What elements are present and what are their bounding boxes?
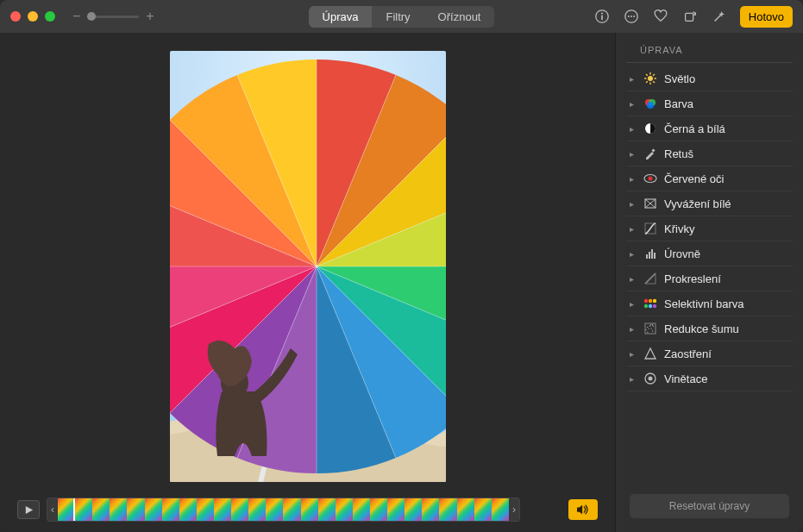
titlebar: − + Úprava Filtry Oříznout Hotovo [0,0,803,33]
adjustment-row-selectivecolor[interactable]: ▸Selektivní barva [626,291,793,316]
svg-point-58 [646,329,647,330]
adjustment-row-noise[interactable]: ▸Redukce šumu [626,316,793,341]
adjustment-label: Vinětace [664,372,707,385]
reset-adjustments-button[interactable]: Resetovat úpravy [630,494,789,518]
adjustment-label: Úrovně [664,247,700,260]
main-area: ‹ › [0,33,803,532]
toolbar-right: Hotovo [593,6,793,28]
adjustment-row-color[interactable]: ▸Barva [626,91,793,116]
audio-button[interactable] [568,499,598,520]
filmstrip-frames [58,498,509,521]
whitebalance-icon [643,197,657,210]
svg-point-54 [653,304,656,308]
chevron-right-icon: ▸ [630,249,637,259]
svg-point-67 [652,330,653,331]
svg-point-56 [653,326,654,327]
svg-line-29 [653,81,655,83]
vignette-icon [643,372,657,385]
svg-line-35 [653,74,655,76]
trim-handle-left[interactable]: ‹ [47,498,58,521]
done-button[interactable]: Hotovo [740,6,793,28]
svg-rect-47 [651,249,653,259]
chevron-right-icon: ▸ [630,274,637,284]
adjustment-row-light[interactable]: ▸Světlo [626,66,793,91]
tab-filters[interactable]: Filtry [372,6,423,28]
enhance-icon[interactable] [711,8,728,25]
tab-crop[interactable]: Oříznout [424,6,495,28]
adjustment-label: Retuš [664,147,693,160]
info-icon[interactable] [593,8,611,25]
svg-point-4 [628,16,630,17]
adjustment-row-bw[interactable]: ▸Černá a bílá [626,116,793,141]
svg-point-1 [601,13,603,15]
favorite-icon[interactable] [652,8,669,25]
rotate-icon[interactable] [681,8,699,25]
adjustment-row-sharpen[interactable]: ▸Zaostření [626,341,793,366]
adjustment-row-curves[interactable]: ▸Křivky [626,216,793,241]
chevron-right-icon: ▸ [630,174,637,184]
window-minimize[interactable] [28,11,38,22]
adjustment-row-vignette[interactable]: ▸Vinětace [626,366,793,391]
adjustment-row-retouch[interactable]: ▸Retuš [626,141,793,166]
noise-icon [643,322,657,335]
curves-icon [643,222,657,235]
light-icon [643,72,657,85]
chevron-right-icon: ▸ [630,199,637,209]
zoom-slider[interactable]: − + [72,9,154,24]
window-zoom[interactable] [45,11,55,22]
speaker-icon [574,504,592,516]
zoom-out-icon: − [72,9,80,24]
svg-point-6 [633,16,635,17]
svg-rect-7 [685,13,693,21]
photo-viewport [0,33,615,491]
chevron-right-icon: ▸ [630,324,637,334]
zoom-track[interactable] [87,16,139,18]
svg-point-69 [649,377,653,381]
svg-point-27 [648,76,653,81]
chevron-right-icon: ▸ [630,224,637,234]
svg-point-52 [644,304,648,308]
svg-line-33 [646,74,648,76]
adjustment-row-definition[interactable]: ▸Prokreslení [626,266,793,291]
redeye-icon [643,172,657,185]
bw-icon [643,122,657,135]
color-icon [643,97,657,110]
svg-point-65 [650,324,651,325]
window-close[interactable] [10,11,21,22]
adjustment-label: Selektivní barva [664,297,744,310]
svg-rect-40 [651,148,655,152]
svg-point-38 [647,102,654,109]
svg-point-49 [644,299,648,303]
photo [170,51,446,482]
chevron-right-icon: ▸ [630,74,637,84]
adjustments-sidebar: ÚPRAVA ▸Světlo▸Barva▸Černá a bílá▸Retuš▸… [615,33,803,532]
adjustment-row-levels[interactable]: ▸Úrovně [626,241,793,266]
definition-icon [643,272,657,285]
svg-rect-2 [601,16,603,20]
adjustment-row-redeye[interactable]: ▸Červené oči [626,166,793,191]
playhead[interactable] [73,498,75,521]
chevron-right-icon: ▸ [630,349,637,359]
svg-rect-46 [649,252,650,259]
adjustment-row-whitebalance[interactable]: ▸Vyvážení bílé [626,191,793,216]
more-icon[interactable] [623,8,640,25]
levels-icon [643,247,657,260]
chevron-right-icon: ▸ [630,99,637,109]
tab-adjust[interactable]: Úprava [309,6,373,28]
mode-tabs: Úprava Filtry Oříznout [309,6,495,28]
chevron-right-icon: ▸ [630,149,637,159]
sidebar-title: ÚPRAVA [626,41,793,63]
adjustment-label: Redukce šumu [664,322,739,335]
canvas-area: ‹ › [0,33,615,532]
zoom-thumb[interactable] [87,12,96,21]
svg-point-59 [648,329,649,329]
svg-line-31 [646,81,648,83]
trim-handle-right[interactable]: › [509,498,519,521]
svg-point-53 [649,304,652,308]
play-button[interactable] [17,500,40,519]
traffic-lights [10,11,55,22]
filmstrip[interactable]: ‹ › [47,498,520,522]
svg-point-63 [651,328,652,329]
adjustment-label: Červené oči [664,172,724,185]
svg-point-62 [647,332,648,333]
